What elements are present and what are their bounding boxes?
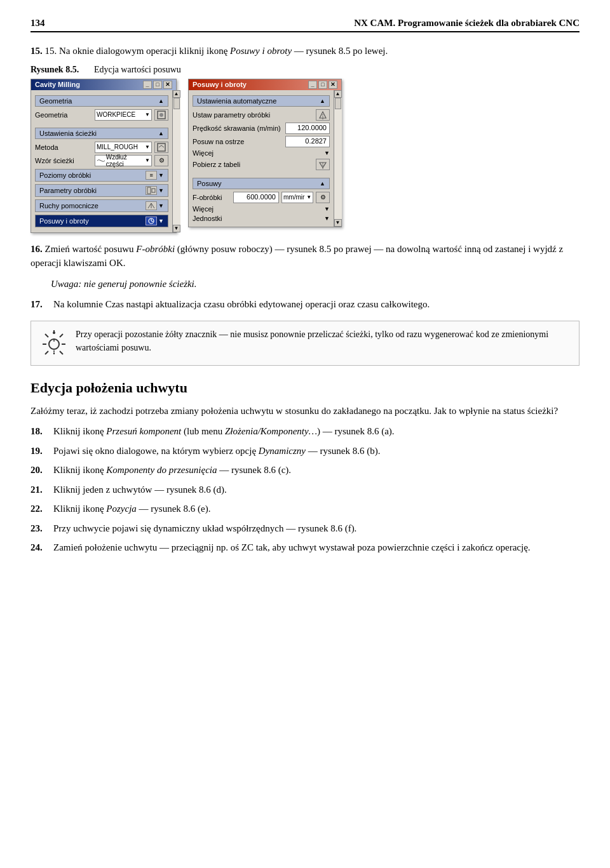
posuwy-dialog-title: Posuwy i obroty — [193, 81, 247, 88]
predkosc-row: Prędkość skrawania (m/min) 120.0000 — [193, 123, 330, 134]
p-section-arrow1: ▲ — [320, 98, 325, 104]
note-box: Przy operacji pozostanie żółty znacznik … — [30, 321, 580, 366]
fobrobki-arrow: ▼ — [306, 194, 311, 200]
note-box-text: Przy operacji pozostanie żółty znacznik … — [76, 328, 570, 354]
cavity-dialog-body: Geometria ▲ Geometria WORKPIECE ▼ — [31, 90, 176, 232]
pobierz-row: Pobierz z tabeli — [193, 159, 330, 170]
win-controls: _ □ ✕ — [143, 81, 172, 89]
cavity-body: Geometria ▲ Geometria WORKPIECE ▼ — [31, 90, 172, 232]
moves-icon[interactable] — [146, 201, 157, 210]
section-arrow6: ▼ — [158, 218, 164, 224]
cavity-section-ruchy: Ruchy pomocnicze ▼ — [35, 199, 168, 212]
posuw-value[interactable]: 0.2827 — [285, 136, 330, 147]
svg-line-18 — [45, 334, 48, 337]
p-scroll-track — [334, 98, 342, 219]
maximize-btn[interactable]: □ — [153, 81, 162, 89]
p-scroll-down[interactable]: ▼ — [334, 219, 342, 227]
wiecej-row1: Więcej ▼ — [193, 149, 330, 157]
cavity-section-posuwy-highlighted: Posuwy i obroty ▼ — [35, 215, 168, 227]
p-scroll-up[interactable]: ▲ — [334, 90, 342, 98]
scroll-down[interactable]: ▼ — [173, 225, 180, 232]
step-21-content: Kliknij jeden z uchwytów — rysunek 8.6 (… — [53, 483, 580, 497]
cavity-section-geometria: Geometria ▲ — [35, 95, 168, 107]
fobrobki-icon[interactable]: ⚙ — [316, 192, 330, 203]
close-btn[interactable]: ✕ — [163, 81, 172, 89]
fobrobki-value[interactable]: 600.0000 — [233, 192, 279, 203]
fobrobki-unit[interactable]: mm/mir ▼ — [281, 192, 313, 203]
params-icon[interactable] — [146, 186, 157, 195]
page: 134 NX CAM. Programowanie ścieżek dla ob… — [0, 0, 610, 585]
svg-point-1 — [159, 113, 163, 117]
step-15-num: 15. — [30, 46, 43, 56]
step-20-num: 20. — [30, 463, 53, 477]
step-15-italic: Posuwy i obroty — [230, 46, 292, 56]
geo-dropdown[interactable]: WORKPIECE ▼ — [95, 109, 152, 121]
method-dropdown[interactable]: MILL_ROUGH ▼ — [95, 142, 152, 153]
method-label: Metoda — [35, 144, 92, 151]
pobierz-label: Pobierz z tabeli — [193, 161, 313, 168]
step-19-num: 19. — [30, 444, 53, 458]
wiecej-label1: Więcej — [193, 149, 322, 157]
svg-line-8 — [151, 221, 153, 222]
path-icon-btn[interactable]: ⚙ — [154, 155, 168, 166]
svg-line-20 — [45, 351, 48, 354]
step-21: 21. Kliknij jeden z uchwytów — rysunek 8… — [30, 483, 580, 497]
cavity-scrollbar[interactable]: ▲ ▼ — [172, 90, 180, 232]
spacer2 — [193, 172, 330, 175]
minimize-btn[interactable]: _ — [143, 81, 152, 89]
step-22: 22. Kliknij ikonę Pozycja — rysunek 8.6 … — [30, 502, 580, 516]
section-heading: Edycja położenia uchwytu — [30, 380, 580, 396]
path-dropdown[interactable]: Wzdłuż części ▼ — [95, 155, 152, 166]
page-header: 134 NX CAM. Programowanie ścieżek dla ob… — [30, 18, 580, 32]
svg-rect-2 — [158, 144, 165, 151]
posuw-ostrze-row: Posuw na ostrze 0.2827 — [193, 136, 330, 147]
posuwy-section-posuwy: Posuwy ▲ — [193, 178, 330, 189]
posuwy-dialog: Posuwy i obroty _ □ ✕ Ustawienia automat… — [188, 79, 342, 227]
step-16: 16. Zmień wartość posuwu F-obróbki (głów… — [30, 242, 580, 270]
jednostki-label: Jednostki — [193, 215, 322, 222]
step-23: 23. Przy uchwycie pojawi się dynamiczny … — [30, 521, 580, 536]
posuwy-minimize[interactable]: _ — [308, 81, 317, 89]
svg-line-19 — [60, 334, 63, 337]
step-16-num: 16. — [30, 244, 43, 254]
method-row: Metoda MILL_ROUGH ▼ — [35, 142, 168, 153]
p-scroll-thumb — [335, 98, 341, 109]
scroll-track — [173, 98, 180, 225]
posuwy-main-content: Ustawienia automatyczne ▲ Ustaw parametr… — [189, 90, 334, 227]
cavity-section-parametry: Parametry obróbki ▼ — [35, 184, 168, 197]
step-16-italic: F-obróbki — [136, 244, 175, 254]
step-19: 19. Pojawi się okno dialogowe, na którym… — [30, 444, 580, 458]
posuw-label: Posuw na ostrze — [193, 138, 283, 145]
ustaw-icon[interactable] — [316, 109, 330, 121]
svg-line-21 — [60, 351, 63, 354]
posuwy-dialog-body: Ustawienia automatyczne ▲ Ustaw parametr… — [189, 90, 334, 227]
wiecej-row2: Więcej ▼ — [193, 205, 330, 213]
posuwy-section-ustawienia: Ustawienia automatyczne ▲ — [193, 95, 330, 107]
wiecej-arrow1: ▼ — [324, 150, 330, 156]
step-18-content: Kliknij ikonę Przesuń komponent (lub men… — [53, 424, 580, 439]
predkosc-value[interactable]: 120.0000 — [285, 123, 330, 134]
posuwy-dialog-titlebar: Posuwy i obroty _ □ ✕ — [189, 79, 341, 90]
step-17-num: 17. — [30, 297, 53, 312]
geo-icon-btn[interactable] — [154, 109, 168, 121]
fobrobki-label: F-obróbki — [193, 194, 231, 201]
posuwy-maximize[interactable]: □ — [318, 81, 327, 89]
step-24: 24. Zamień położenie uchwytu — przeciągn… — [30, 540, 580, 555]
scroll-up[interactable]: ▲ — [173, 90, 180, 98]
dropdown-arrow2: ▼ — [145, 144, 150, 150]
levels-icon[interactable]: ≡ — [146, 171, 157, 180]
jednostki-row: Jednostki ▼ — [193, 215, 330, 222]
step-17: 17. Na kolumnie Czas nastąpi aktualizacj… — [30, 297, 580, 312]
posuwy-icon[interactable] — [146, 217, 157, 225]
section-arrow: ▲ — [158, 98, 164, 104]
posuwy-win-controls: _ □ ✕ — [308, 81, 337, 89]
section-intro: Załóżmy teraz, iż zachodzi potrzeba zmia… — [30, 404, 580, 418]
ustaw-label: Ustaw parametry obróbki — [193, 111, 313, 119]
method-icon-btn[interactable] — [154, 142, 168, 153]
pobierz-icon[interactable] — [316, 159, 330, 170]
path-label: Wzór ścieżki — [35, 157, 92, 164]
step-15-rest: — rysunek 8.5 po lewej. — [292, 46, 388, 56]
posuwy-scrollbar[interactable]: ▲ ▼ — [334, 90, 341, 227]
posuwy-close[interactable]: ✕ — [329, 81, 337, 89]
cavity-section-poziomy: Poziomy obróbki ≡ ▼ — [35, 169, 168, 182]
